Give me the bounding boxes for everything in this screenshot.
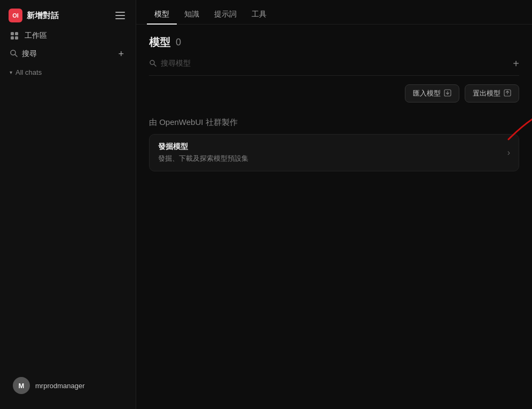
sidebar-header: OI 新增對話 xyxy=(4,6,131,27)
sidebar: OI 新增對話 工作區 xyxy=(0,0,136,409)
import-model-button[interactable]: 匯入模型 xyxy=(405,84,459,103)
tab-tools[interactable]: 工具 xyxy=(244,5,274,25)
add-model-button[interactable]: + xyxy=(513,58,519,69)
hamburger-line-3 xyxy=(115,18,125,19)
sidebar-item-workspace[interactable]: 工作區 xyxy=(4,27,131,45)
all-chats-label: All chats xyxy=(15,68,42,76)
all-chats-section: ▾ All chats xyxy=(4,65,131,80)
main-content: 模型 知識 提示詞 工具 模型 0 xyxy=(136,0,532,409)
hamburger-line-2 xyxy=(115,15,125,16)
search-icon xyxy=(10,49,18,59)
new-chat-add-button[interactable]: + xyxy=(116,48,126,60)
chevron-right-icon: › xyxy=(507,148,510,158)
search-row: 搜尋 + xyxy=(4,45,131,63)
avatar: M xyxy=(13,377,30,394)
top-nav: 模型 知識 提示詞 工具 xyxy=(136,0,532,25)
model-count: 0 xyxy=(176,37,181,48)
search-model-icon xyxy=(149,59,157,68)
search-model-placeholder: 搜尋模型 xyxy=(161,59,191,68)
tab-models[interactable]: 模型 xyxy=(147,5,177,25)
export-model-button[interactable]: 置出模型 xyxy=(465,84,519,103)
svg-line-7 xyxy=(154,64,157,66)
svg-rect-3 xyxy=(15,36,18,40)
action-buttons-row: 匯入模型 置出模型 xyxy=(149,84,519,103)
export-icon xyxy=(504,89,511,98)
logo-row: OI 新增對話 xyxy=(9,9,59,22)
svg-rect-1 xyxy=(15,32,18,35)
svg-point-6 xyxy=(150,60,154,65)
user-profile-row[interactable]: M mrprodmanager xyxy=(9,373,127,398)
svg-rect-0 xyxy=(11,32,14,35)
discover-card-wrapper: 發掘模型 發掘、下載及探索模型預設集 › xyxy=(149,134,519,171)
section-title: 模型 xyxy=(149,35,170,50)
model-search-bar[interactable]: 搜尋模型 xyxy=(149,59,513,68)
hamburger-button[interactable] xyxy=(113,10,127,21)
logo-icon: OI xyxy=(9,9,22,22)
community-title: 由 OpenWebUI 社群製作 xyxy=(149,117,519,128)
sidebar-footer: M mrprodmanager xyxy=(4,368,131,403)
import-label: 匯入模型 xyxy=(413,89,441,98)
svg-rect-2 xyxy=(11,36,14,40)
export-label: 置出模型 xyxy=(473,89,500,98)
section-header: 模型 0 xyxy=(149,35,519,50)
tab-prompts[interactable]: 提示詞 xyxy=(207,5,244,25)
svg-line-5 xyxy=(15,54,17,57)
workspace-label: 工作區 xyxy=(25,31,47,41)
app-title: 新增對話 xyxy=(27,11,59,21)
discover-card-left: 發掘模型 發掘、下載及探索模型預設集 xyxy=(158,142,248,163)
content-area: 模型 0 搜尋模型 + 匯入模型 xyxy=(136,25,532,409)
hamburger-line-1 xyxy=(115,12,125,13)
search-button[interactable]: 搜尋 xyxy=(10,49,37,59)
all-chats-toggle[interactable]: ▾ All chats xyxy=(10,68,126,76)
import-icon xyxy=(444,89,451,98)
tab-knowledge[interactable]: 知識 xyxy=(177,5,207,25)
discover-card-title: 發掘模型 xyxy=(158,142,248,152)
community-section: 由 OpenWebUI 社群製作 發掘模型 發掘、下載及探索模型預設集 › xyxy=(149,117,519,171)
discover-card-description: 發掘、下載及探索模型預設集 xyxy=(158,154,248,163)
model-search-row: 搜尋模型 + xyxy=(149,58,519,76)
search-label: 搜尋 xyxy=(22,49,37,59)
discover-model-card[interactable]: 發掘模型 發掘、下載及探索模型預設集 › xyxy=(149,134,519,171)
workspace-icon xyxy=(10,31,19,41)
chevron-down-icon: ▾ xyxy=(10,69,12,75)
username: mrprodmanager xyxy=(35,382,85,390)
